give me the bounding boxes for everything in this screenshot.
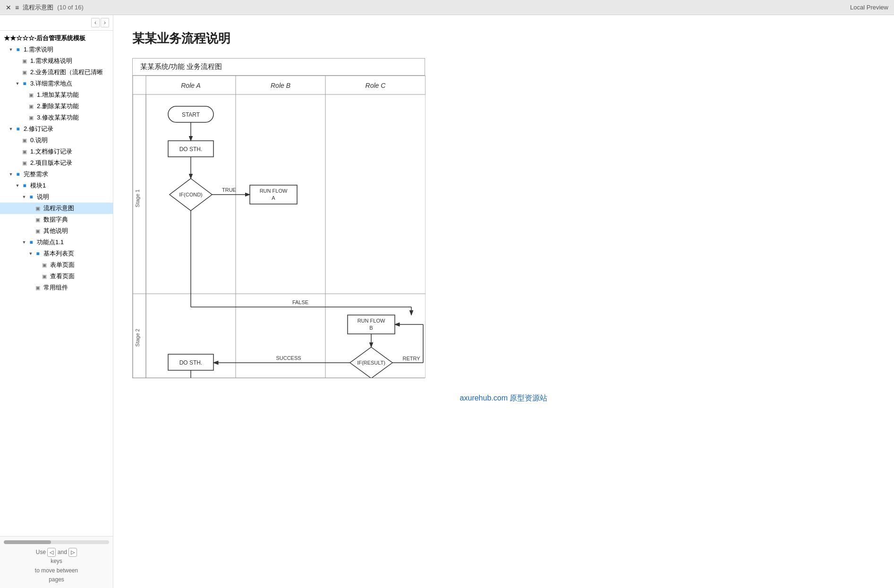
sidebar-item-module1[interactable]: ▼ ■ 模块1	[0, 180, 113, 191]
sidebar-item-flow[interactable]: ▣ 2.业务流程图（流程已清晰	[0, 67, 113, 78]
expand-arrow: ▼	[8, 127, 14, 131]
sidebar-item-components[interactable]: ▣ 常用组件	[0, 282, 113, 293]
svg-text:Stage 2: Stage 2	[135, 329, 140, 347]
sidebar-item-viewpage[interactable]: ▣ 查看页面	[0, 271, 113, 282]
page-icon: ▣	[34, 217, 42, 223]
sidebar-item-feat1[interactable]: ▼ ■ 功能点1.1	[0, 237, 113, 248]
folder-icon: ■	[21, 80, 28, 87]
svg-text:START: START	[182, 111, 200, 118]
page-icon: ▣	[27, 92, 35, 98]
close-icon: ✕	[6, 4, 11, 11]
flowchart-svg: Role A Role B Role C Stage 1 Stage 2 STA…	[133, 76, 426, 378]
next-key-badge: ▷	[68, 548, 77, 557]
sidebar-nav-buttons: ‹ ›	[91, 18, 109, 27]
svg-text:Role A: Role A	[181, 82, 201, 89]
svg-text:A: A	[272, 195, 275, 201]
expand-arrow: ▼	[21, 240, 27, 245]
sidebar-item-complete[interactable]: ▼ ■ 完整需求	[0, 169, 113, 180]
search-input[interactable]	[4, 19, 89, 26]
hint-pages: pages	[49, 576, 64, 583]
svg-text:FALSE: FALSE	[292, 299, 308, 305]
hint-keys: keys	[51, 558, 62, 564]
hint-use: Use	[36, 549, 46, 555]
sidebar-item-notes[interactable]: ▣ 0.说明	[0, 135, 113, 146]
svg-text:DO STH.: DO STH.	[179, 146, 203, 153]
svg-text:IF(RESULT): IF(RESULT)	[357, 360, 385, 366]
sidebar-item-del[interactable]: ▣ 2.删除某某功能	[0, 101, 113, 112]
expand-arrow: ▼	[27, 251, 34, 256]
sidebar-item-datadict[interactable]: ▣ 数据字典	[0, 214, 113, 225]
flowchart-title: 某某系统/功能 业务流程图	[133, 59, 425, 76]
page-icon: ▣	[21, 58, 28, 64]
sidebar-scrollbar[interactable]	[4, 540, 109, 544]
sidebar-item-otherdesc[interactable]: ▣ 其他说明	[0, 225, 113, 237]
expand-arrow: ▼	[21, 195, 27, 199]
sidebar-tree: ★★☆☆☆-后台管理系统模板 ▼ ■ 1.需求说明 ▣ 1.需求规格说明 ▣ 2…	[0, 31, 113, 536]
sidebar-item-listpage[interactable]: ▼ ■ 基本列表页	[0, 248, 113, 259]
topbar: ✕ ≡ 流程示意图 (10 of 16) Local Preview	[0, 0, 894, 15]
tree-title-label: ★★☆☆☆-后台管理系统模板	[4, 34, 85, 43]
sidebar-scroll-thumb	[4, 540, 51, 544]
svg-text:RETRY: RETRY	[402, 356, 420, 361]
expand-arrow: ▼	[14, 81, 21, 86]
sidebar-item-formpage[interactable]: ▣ 表单页面	[0, 259, 113, 271]
page-icon: ▣	[34, 285, 42, 291]
svg-text:RUN FLOW: RUN FLOW	[358, 318, 385, 324]
page-icon: ▣	[41, 273, 48, 280]
sidebar-item-needs[interactable]: ▼ ■ 1.需求说明	[0, 44, 113, 55]
svg-text:DO STH.: DO STH.	[179, 359, 203, 366]
page-icon: ▣	[27, 103, 35, 110]
page-title: 某某业务流程说明	[132, 30, 230, 47]
nav-prev-button[interactable]: ‹	[91, 18, 100, 27]
page-icon: ▣	[41, 262, 48, 268]
sidebar-item-revisions[interactable]: ▼ ■ 2.修订记录	[0, 123, 113, 135]
svg-text:Role B: Role B	[271, 82, 290, 89]
sidebar-item-spec[interactable]: ▣ 1.需求规格说明	[0, 55, 113, 67]
content-area: 某某业务流程说明 某某系统/功能 业务流程图 Role A Role B Rol…	[113, 15, 894, 588]
sidebar-item-desc[interactable]: ▼ ■ 说明	[0, 191, 113, 203]
content-footer: axurehub.com 原型资源站	[132, 393, 875, 403]
expand-arrow: ▼	[14, 183, 21, 188]
nav-next-button[interactable]: ›	[101, 18, 109, 27]
page-icon: ▣	[21, 160, 28, 166]
svg-text:Role C: Role C	[366, 82, 386, 89]
page-icon: ▣	[21, 137, 28, 144]
sidebar-item-edit[interactable]: ▣ 3.修改某某功能	[0, 112, 113, 123]
svg-text:B: B	[369, 325, 373, 331]
topbar-pagination: (10 of 16)	[57, 4, 84, 11]
sidebar-hint: Use ◁ and ▷ keys to move between pages	[4, 548, 109, 584]
sidebar-header: ‹ ›	[0, 15, 113, 31]
sidebar-item-docrev[interactable]: ▣ 1.文档修订记录	[0, 146, 113, 157]
topbar-left: ✕ ≡ 流程示意图 (10 of 16)	[6, 3, 84, 12]
svg-text:Stage 1: Stage 1	[135, 189, 140, 207]
svg-text:TRUE: TRUE	[222, 187, 236, 193]
page-icon: ▣	[34, 228, 42, 234]
sidebar-item-detail[interactable]: ▼ ■ 3.详细需求地点	[0, 78, 113, 89]
sidebar-item-projrev[interactable]: ▣ 2.项目版本记录	[0, 157, 113, 169]
folder-icon: ■	[21, 182, 28, 189]
topbar-title: 流程示意图	[23, 3, 53, 12]
sidebar-item-flowchart[interactable]: ▣ 流程示意图	[0, 203, 113, 214]
page-icon: ▣	[21, 69, 28, 76]
svg-text:RUN FLOW: RUN FLOW	[260, 188, 288, 194]
expand-arrow: ▼	[8, 47, 14, 52]
folder-icon: ■	[27, 194, 35, 200]
sidebar-footer: Use ◁ and ▷ keys to move between pages	[0, 536, 113, 588]
topbar-right: Local Preview	[850, 4, 888, 11]
page-icon: ▣	[27, 115, 35, 121]
sidebar-item-add[interactable]: ▣ 1.增加某某功能	[0, 89, 113, 101]
svg-text:SUCCESS: SUCCESS	[276, 355, 301, 361]
folder-icon: ■	[14, 126, 22, 132]
main-layout: ‹ › ★★☆☆☆-后台管理系统模板 ▼ ■ 1.需求说明 ▣ 1.需求规格说明	[0, 15, 894, 588]
flowchart-container: 某某系统/功能 业务流程图 Role A Role B Role C Stage…	[132, 58, 425, 378]
sidebar: ‹ › ★★☆☆☆-后台管理系统模板 ▼ ■ 1.需求说明 ▣ 1.需求规格说明	[0, 15, 113, 588]
page-icon: ▣	[21, 149, 28, 155]
preview-label: Local Preview	[850, 4, 888, 11]
sidebar-tree-title: ★★☆☆☆-后台管理系统模板	[0, 33, 113, 44]
prev-key-badge: ◁	[47, 548, 56, 557]
folder-icon: ■	[34, 250, 42, 257]
svg-text:IF(COND): IF(COND)	[179, 192, 203, 197]
menu-icon: ≡	[15, 4, 19, 11]
footer-link[interactable]: axurehub.com 原型资源站	[460, 394, 548, 402]
hint-and: and	[58, 549, 67, 555]
